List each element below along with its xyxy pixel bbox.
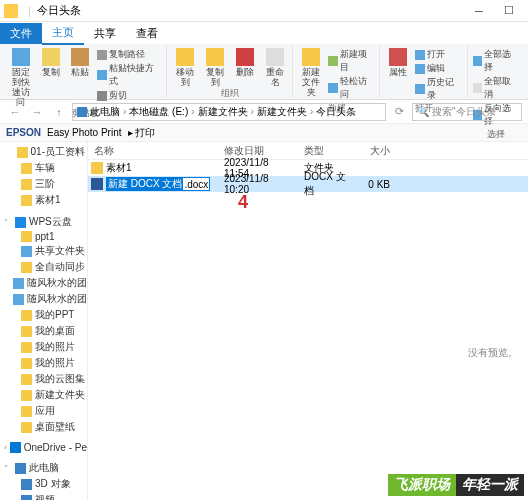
refresh-button[interactable]: ⟳	[390, 103, 408, 121]
selectnone-button[interactable]: 全部取消	[473, 75, 520, 101]
sidebar-item[interactable]: 应用	[0, 403, 87, 419]
column-headers: 名称 修改日期 类型 大小	[88, 142, 528, 160]
breadcrumb-item[interactable]: 此电脑	[90, 105, 120, 119]
copypath-button[interactable]: 复制路径	[97, 48, 145, 61]
newitem-button[interactable]: 新建项目	[328, 48, 375, 74]
cut-button[interactable]: 剪切	[97, 89, 127, 102]
sidebar-item[interactable]: ppt1	[0, 230, 87, 243]
sidebar-item[interactable]: ›OneDrive - Pers	[0, 441, 87, 454]
preview-empty: 没有预览。	[468, 346, 518, 360]
rename-input[interactable]: 新建 DOCX 文档.docx	[106, 177, 210, 191]
maximize-button[interactable]: ☐	[494, 1, 524, 21]
back-button[interactable]: ←	[6, 103, 24, 121]
sidebar-item[interactable]: 我的照片	[0, 339, 87, 355]
rename-button[interactable]: 重命名	[262, 48, 288, 87]
sidebar-item[interactable]: 全自动同步	[0, 259, 87, 275]
newfolder-button[interactable]: 新建 文件夹	[298, 48, 324, 101]
file-row[interactable]: 新建 DOCX 文档.docx2023/11/8 10:20DOCX 文档0 K…	[88, 176, 528, 192]
selectall-button[interactable]: 全部选择	[473, 48, 520, 74]
ribbon-tabs: 文件 主页 共享 查看	[0, 22, 528, 44]
epson-toolbar: EPSON Easy Photo Print ▸ 打印	[0, 124, 528, 142]
sidebar-item[interactable]: 3D 对象	[0, 476, 87, 492]
sidebar-item[interactable]: 01-员工资料	[0, 144, 87, 160]
sidebar-item[interactable]: 新建文件夹	[0, 387, 87, 403]
col-size[interactable]: 大小	[356, 144, 396, 158]
window-title: 今日头条	[37, 3, 81, 18]
sidebar-item[interactable]: 我的桌面	[0, 323, 87, 339]
ribbon-group-new: 新建 文件夹 新建项目 轻松访问 新建	[294, 46, 380, 97]
file-list: 名称 修改日期 类型 大小 素材12023/11/8 11:54文件夹新建 DO…	[88, 142, 528, 500]
print-button[interactable]: ▸ 打印	[128, 126, 156, 140]
ribbon: 固定到快 速访问 复制 粘贴 复制路径 粘贴快捷方式 剪切 剪贴板 移动到 复制…	[0, 44, 528, 100]
tab-share[interactable]: 共享	[84, 23, 126, 44]
col-type[interactable]: 类型	[298, 144, 356, 158]
copy-button[interactable]: 复制	[38, 48, 64, 107]
delete-button[interactable]: 删除	[232, 48, 258, 87]
sidebar-item[interactable]: 共享文件夹	[0, 243, 87, 259]
up-button[interactable]: ↑	[50, 103, 68, 121]
titlebar: | 今日头条 ─ ☐	[0, 0, 528, 22]
minimize-button[interactable]: ─	[464, 1, 494, 21]
search-input[interactable]: 🔍 搜索"今日头条"	[412, 103, 522, 121]
sidebar-item[interactable]: 我的云图集	[0, 371, 87, 387]
pin-button[interactable]: 固定到快 速访问	[8, 48, 34, 107]
paste-button[interactable]: 粘贴	[67, 48, 93, 107]
breadcrumb-item[interactable]: 新建文件夹	[198, 105, 248, 119]
ribbon-group-organize: 移动到 复制到 删除 重命名 组织	[168, 46, 293, 97]
breadcrumb-item[interactable]: 新建文件夹	[257, 105, 307, 119]
ribbon-group-select: 全部选择 全部取消 反向选择 选择	[469, 46, 524, 97]
forward-button[interactable]: →	[28, 103, 46, 121]
sidebar-item[interactable]: 三阶	[0, 176, 87, 192]
ribbon-group-clipboard: 固定到快 速访问 复制 粘贴 复制路径 粘贴快捷方式 剪切 剪贴板	[4, 46, 167, 97]
edit-button[interactable]: 编辑	[415, 62, 445, 75]
sidebar-item[interactable]: 我的PPT	[0, 307, 87, 323]
epson-logo: EPSON	[6, 127, 41, 138]
history-button[interactable]: 历史记录	[415, 76, 462, 102]
search-icon: 🔍	[417, 106, 429, 117]
easyaccess-button[interactable]: 轻松访问	[328, 75, 375, 101]
watermark: 飞派职场年轻一派	[388, 474, 524, 496]
address-bar: ← → ↑ 此电脑›本地磁盘 (E:)›新建文件夹›新建文件夹›今日头条 ⟳ 🔍…	[0, 100, 528, 124]
sidebar-item[interactable]: 随风秋水的团队	[0, 275, 87, 291]
sidebar-item[interactable]: 车辆	[0, 160, 87, 176]
docx-icon	[91, 178, 103, 190]
sidebar-item[interactable]: 视频	[0, 492, 87, 500]
sidebar-item[interactable]: 我的照片	[0, 355, 87, 371]
sidebar-item[interactable]: ˅此电脑	[0, 460, 87, 476]
breadcrumb-item[interactable]: 本地磁盘 (E:)	[129, 105, 188, 119]
breadcrumb[interactable]: 此电脑›本地磁盘 (E:)›新建文件夹›新建文件夹›今日头条	[72, 103, 386, 121]
sidebar-item[interactable]: ˅WPS云盘	[0, 214, 87, 230]
ribbon-group-open: 属性 打开 编辑 历史记录 打开	[381, 46, 467, 97]
col-name[interactable]: 名称	[88, 144, 218, 158]
col-date[interactable]: 修改日期	[218, 144, 298, 158]
folder-icon	[4, 4, 18, 18]
paste-shortcut-button[interactable]: 粘贴快捷方式	[97, 62, 162, 88]
sidebar: 01-员工资料车辆三阶素材1˅WPS云盘ppt1共享文件夹全自动同步随风秋水的团…	[0, 142, 88, 500]
annotation-marker: 4	[238, 192, 248, 213]
folder-icon	[91, 162, 103, 174]
sidebar-item[interactable]: 素材1	[0, 192, 87, 208]
properties-button[interactable]: 属性	[385, 48, 411, 102]
breadcrumb-item[interactable]: 今日头条	[316, 105, 356, 119]
copyto-button[interactable]: 复制到	[202, 48, 228, 87]
open-button[interactable]: 打开	[415, 48, 445, 61]
tab-view[interactable]: 查看	[126, 23, 168, 44]
sidebar-item[interactable]: 桌面壁纸	[0, 419, 87, 435]
tab-home[interactable]: 主页	[42, 22, 84, 45]
moveto-button[interactable]: 移动到	[172, 48, 198, 87]
sidebar-item[interactable]: 随风秋水的团队	[0, 291, 87, 307]
tab-file[interactable]: 文件	[0, 23, 42, 44]
